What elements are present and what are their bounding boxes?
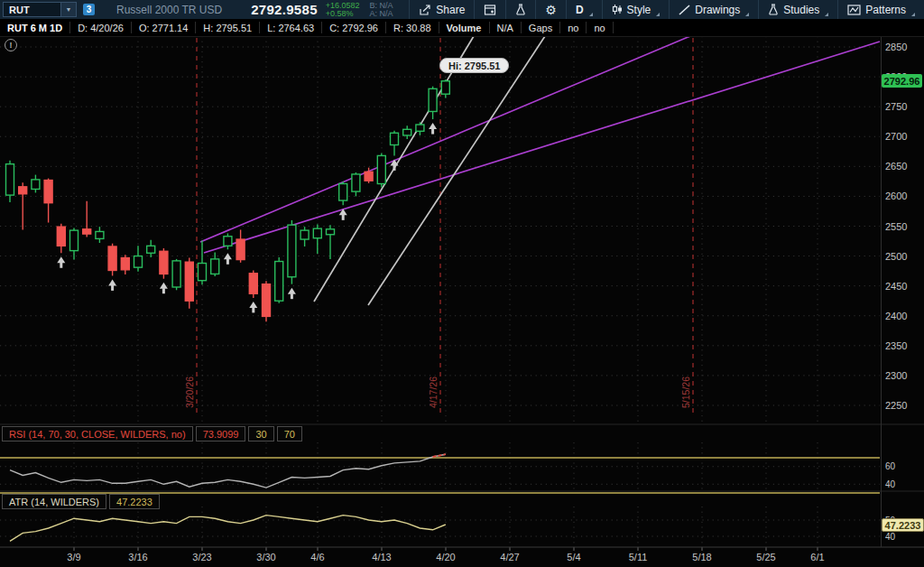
- high-cell: H: 2795.51: [196, 22, 260, 33]
- candle-3/27: [249, 274, 257, 293]
- rsi-current-value: 73.9099: [196, 426, 246, 442]
- chevron-down-icon: [745, 13, 749, 16]
- price-change: +16.0582 +0.58%: [326, 2, 360, 18]
- buy-signal-arrow: [224, 253, 232, 259]
- candle-4/17: [429, 88, 437, 111]
- candle-3/23: [199, 264, 207, 281]
- studies-button[interactable]: Studies: [758, 0, 837, 19]
- toolbar-buttons: Share ⚙ D Style: [409, 0, 924, 19]
- price-axis[interactable]: 2850280027502700265026002550250024502400…: [0, 42, 907, 411]
- candle-3/11: [96, 231, 104, 238]
- buy-signal-arrow: [249, 302, 257, 308]
- drawings-layer[interactable]: [200, 36, 880, 305]
- expiration-label: 5/15/26: [680, 376, 691, 408]
- patterns-button[interactable]: Patterns: [837, 0, 924, 19]
- date-cell: D: 4/20/26: [70, 22, 132, 33]
- candle-4/15: [403, 129, 411, 135]
- svg-text:3/9: 3/9: [67, 552, 80, 562]
- ohlc-info-bar: RUT 6 M 1D D: 4/20/26 O: 2771.14 H: 2795…: [0, 19, 924, 37]
- symbol-input[interactable]: RUT ▼: [3, 2, 77, 17]
- buy-signal-arrow: [288, 288, 296, 294]
- share-icon: [419, 5, 431, 15]
- candle-4/1: [288, 225, 296, 277]
- svg-text:2750: 2750: [885, 101, 907, 112]
- gap-flag-1: no: [560, 22, 587, 33]
- candle-4/13: [377, 155, 385, 183]
- drawings-button[interactable]: Drawings: [669, 0, 758, 19]
- last-price: 2792.9585: [251, 2, 318, 17]
- svg-text:5/11: 5/11: [629, 552, 648, 562]
- rsi-overbought-value: 70: [277, 426, 302, 442]
- chevron-down-icon: [656, 13, 660, 16]
- svg-text:2400: 2400: [885, 311, 907, 321]
- studies-label: Studies: [783, 4, 819, 16]
- top-toolbar: RUT ▼ 3 Russell 2000 TR USD 2792.9585 +1…: [0, 0, 924, 19]
- chevron-down-icon: [911, 13, 915, 16]
- svg-text:60: 60: [885, 461, 896, 471]
- link-group-badge[interactable]: 3: [83, 4, 95, 15]
- candle-3/4: [32, 180, 40, 190]
- drawings-label: Drawings: [695, 4, 740, 16]
- candle-4/16: [416, 125, 424, 131]
- calendar-events-button[interactable]: [474, 0, 505, 19]
- svg-text:3/30: 3/30: [256, 552, 275, 562]
- atr-study-label[interactable]: ATR (14, WILDERS): [2, 494, 106, 509]
- calendar-alert-icon: [484, 4, 496, 15]
- chart-canvas[interactable]: 2850280027502700265026002550250024502400…: [0, 0, 924, 567]
- rsi-study-label[interactable]: RSI (14, 70, 30, CLOSE, WILDERS, no): [2, 426, 193, 442]
- svg-text:40: 40: [885, 532, 896, 542]
- symbol-value[interactable]: RUT: [4, 5, 60, 15]
- candle-4/10: [365, 172, 373, 181]
- settings-button[interactable]: ⚙: [535, 0, 566, 19]
- buy-signal-arrow: [429, 123, 437, 129]
- candle-4/14: [391, 133, 399, 144]
- candle-3/20: [185, 262, 193, 301]
- share-button[interactable]: Share: [409, 0, 474, 19]
- candle-3/19: [172, 261, 180, 287]
- candle-4/7: [327, 229, 335, 235]
- timeframe-button[interactable]: D: [566, 0, 602, 19]
- low-cell: L: 2764.63: [260, 22, 322, 33]
- chart-info-icon[interactable]: !: [5, 39, 17, 51]
- chart-title: RUT 6 M 1D: [0, 22, 70, 33]
- svg-text:2550: 2550: [885, 221, 907, 232]
- svg-text:4/13: 4/13: [372, 552, 391, 562]
- candle-3/10: [83, 229, 91, 234]
- ask-value: A: N/A: [370, 10, 393, 18]
- high-price-bubble: Hi: 2795.51: [439, 58, 509, 73]
- trendline-pencil-icon: [679, 5, 690, 15]
- svg-text:4/6: 4/6: [310, 552, 324, 562]
- style-button[interactable]: Style: [602, 0, 670, 19]
- rsi-pane[interactable]: 6040: [0, 454, 896, 493]
- volume-label: Volume: [439, 22, 490, 33]
- candle-3/16: [134, 256, 143, 268]
- expiration-label: 3/20/26: [184, 376, 195, 408]
- trendline-purple-2[interactable]: [204, 42, 880, 253]
- volume-value: N/A: [490, 22, 522, 33]
- patterns-icon: [847, 5, 861, 15]
- chart-style-icon: [612, 4, 623, 15]
- svg-text:2300: 2300: [885, 370, 907, 381]
- flask-icon: [515, 4, 526, 15]
- atr-pane[interactable]: 5040: [0, 516, 896, 542]
- close-cell: C: 2792.96: [322, 22, 386, 33]
- candle-3/31: [275, 262, 283, 302]
- svg-text:6/1: 6/1: [810, 552, 824, 562]
- atr-current-value: 47.2233: [109, 494, 160, 509]
- timeframe-label: D: [576, 4, 584, 16]
- svg-text:2700: 2700: [885, 131, 907, 142]
- svg-text:2250: 2250: [885, 400, 907, 411]
- candle-3/5: [44, 181, 52, 203]
- candle-3/9: [70, 230, 79, 250]
- candle-3/25: [224, 237, 232, 246]
- svg-text:2500: 2500: [885, 251, 907, 262]
- analyze-button[interactable]: [505, 0, 535, 19]
- candle-3/18: [160, 251, 168, 274]
- candle-4/2: [300, 230, 309, 239]
- candle-4/20: [441, 81, 449, 94]
- svg-text:5/18: 5/18: [692, 552, 711, 562]
- candle-3/24: [211, 259, 219, 274]
- candle-3/3: [19, 187, 27, 194]
- gear-icon: ⚙: [545, 4, 557, 16]
- symbol-dropdown-button[interactable]: ▼: [60, 3, 76, 16]
